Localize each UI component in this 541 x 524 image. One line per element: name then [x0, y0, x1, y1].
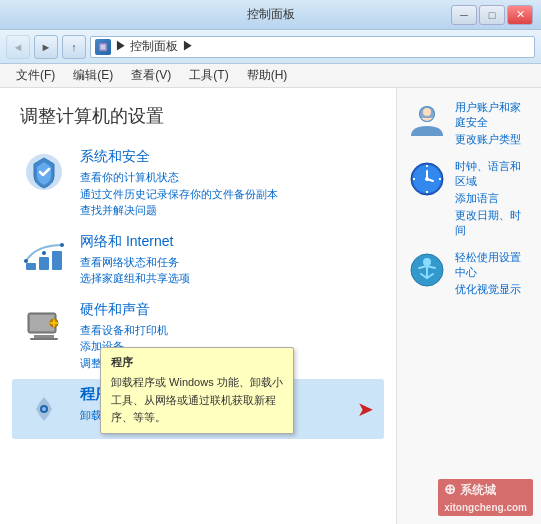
- address-bar: ▶ 控制面板 ▶: [90, 36, 535, 58]
- network-icon: [20, 233, 68, 281]
- forward-button[interactable]: ►: [34, 35, 58, 59]
- svg-rect-11: [30, 338, 58, 340]
- svg-point-16: [42, 407, 46, 411]
- system-link-2[interactable]: 通过文件历史记录保存你的文件备份副本: [80, 186, 376, 203]
- system-text: 系统和安全 查看你的计算机状态 通过文件历史记录保存你的文件备份副本 查找并解决…: [80, 148, 376, 219]
- system-title[interactable]: 系统和安全: [80, 148, 376, 166]
- right-panel: 用户账户和家庭安全 更改账户类型 时钟、语言和: [396, 88, 541, 524]
- address-icon: [95, 39, 111, 55]
- right-user-links: 用户账户和家庭安全 更改账户类型: [455, 100, 531, 149]
- watermark-url: xitongcheng.com: [444, 502, 527, 513]
- user-icon: [407, 100, 447, 140]
- menu-help[interactable]: 帮助(H): [239, 65, 296, 86]
- menu-file[interactable]: 文件(F): [8, 65, 63, 86]
- close-button[interactable]: ✕: [507, 5, 533, 25]
- right-time-link-3[interactable]: 更改日期、时间: [455, 208, 531, 238]
- programs-arrow: ➤: [357, 397, 374, 421]
- svg-point-5: [24, 259, 28, 263]
- svg-point-6: [42, 251, 46, 255]
- back-button[interactable]: ◄: [6, 35, 30, 59]
- right-user-link-1[interactable]: 用户账户和家庭安全: [455, 100, 531, 130]
- right-time-links: 时钟、语言和区域 添加语言 更改日期、时间: [455, 159, 531, 240]
- right-time-link-1[interactable]: 时钟、语言和区域: [455, 159, 531, 189]
- ease-icon: [407, 250, 447, 290]
- tooltip-line-3: 序、等等。: [111, 409, 283, 427]
- system-icon: [20, 148, 68, 196]
- tooltip-line-1: 卸载程序或 Windows 功能、卸载小: [111, 374, 283, 392]
- network-text: 网络和 Internet 查看网络状态和任务 选择家庭组和共享选项: [80, 233, 376, 287]
- menu-tools[interactable]: 工具(T): [181, 65, 236, 86]
- title-controls: ─ □ ✕: [451, 5, 533, 25]
- svg-rect-4: [52, 251, 62, 270]
- content-panel: 调整计算机的设置 系统和安全 查看你的计算机状态 通过文件历史记录: [0, 88, 396, 524]
- category-network[interactable]: 网络和 Internet 查看网络状态和任务 选择家庭组和共享选项: [20, 233, 376, 287]
- right-time: 时钟、语言和区域 添加语言 更改日期、时间: [407, 159, 531, 240]
- tooltip: 程序 卸载程序或 Windows 功能、卸载小 工具、从网络或通过联机获取新程 …: [100, 347, 294, 434]
- network-title[interactable]: 网络和 Internet: [80, 233, 376, 251]
- right-ease-link-2[interactable]: 优化视觉显示: [455, 282, 531, 297]
- svg-point-24: [423, 258, 431, 266]
- svg-point-7: [60, 243, 64, 247]
- system-desc: 查看你的计算机状态 通过文件历史记录保存你的文件备份副本 查找并解决问题: [80, 169, 376, 219]
- network-link-1[interactable]: 查看网络状态和任务: [80, 254, 376, 271]
- title-bar: 控制面板 ─ □ ✕: [0, 0, 541, 30]
- page-title: 调整计算机的设置: [20, 104, 376, 128]
- system-link-1[interactable]: 查看你的计算机状态: [80, 169, 376, 186]
- main-area: 调整计算机的设置 系统和安全 查看你的计算机状态 通过文件历史记录: [0, 88, 541, 524]
- menu-view[interactable]: 查看(V): [123, 65, 179, 86]
- right-ease-link-1[interactable]: 轻松使用设置中心: [455, 250, 531, 280]
- right-time-link-2[interactable]: 添加语言: [455, 191, 531, 206]
- time-icon: [407, 159, 447, 199]
- svg-point-19: [423, 108, 431, 116]
- hardware-link-1[interactable]: 查看设备和打印机: [80, 322, 376, 339]
- up-button[interactable]: ↑: [62, 35, 86, 59]
- minimize-button[interactable]: ─: [451, 5, 477, 25]
- watermark-brand: 系统城: [460, 483, 496, 497]
- right-ease: 轻松使用设置中心 优化视觉显示: [407, 250, 531, 299]
- svg-point-22: [425, 177, 429, 181]
- tooltip-line-2: 工具、从网络或通过联机获取新程: [111, 392, 283, 410]
- title-bar-text: 控制面板: [247, 6, 295, 23]
- svg-rect-3: [39, 257, 49, 270]
- right-user-link-2[interactable]: 更改账户类型: [455, 132, 531, 147]
- system-link-3[interactable]: 查找并解决问题: [80, 202, 376, 219]
- right-user: 用户账户和家庭安全 更改账户类型: [407, 100, 531, 149]
- svg-rect-10: [34, 335, 54, 338]
- right-ease-links: 轻松使用设置中心 优化视觉显示: [455, 250, 531, 299]
- network-link-2[interactable]: 选择家庭组和共享选项: [80, 270, 376, 287]
- category-system[interactable]: 系统和安全 查看你的计算机状态 通过文件历史记录保存你的文件备份副本 查找并解决…: [20, 148, 376, 219]
- hardware-icon: [20, 301, 68, 349]
- watermark: ⊕ 系统城 xitongcheng.com: [438, 479, 533, 516]
- programs-icon: [20, 385, 68, 433]
- tooltip-title: 程序: [111, 354, 283, 372]
- network-desc: 查看网络状态和任务 选择家庭组和共享选项: [80, 254, 376, 287]
- menu-edit[interactable]: 编辑(E): [65, 65, 121, 86]
- hardware-title[interactable]: 硬件和声音: [80, 301, 376, 319]
- svg-rect-2: [26, 263, 36, 270]
- maximize-button[interactable]: □: [479, 5, 505, 25]
- watermark-text: ⊕: [444, 481, 456, 497]
- nav-bar: ◄ ► ↑ ▶ 控制面板 ▶: [0, 30, 541, 64]
- menu-bar: 文件(F) 编辑(E) 查看(V) 工具(T) 帮助(H): [0, 64, 541, 88]
- breadcrumb-label: ▶ 控制面板 ▶: [115, 38, 194, 55]
